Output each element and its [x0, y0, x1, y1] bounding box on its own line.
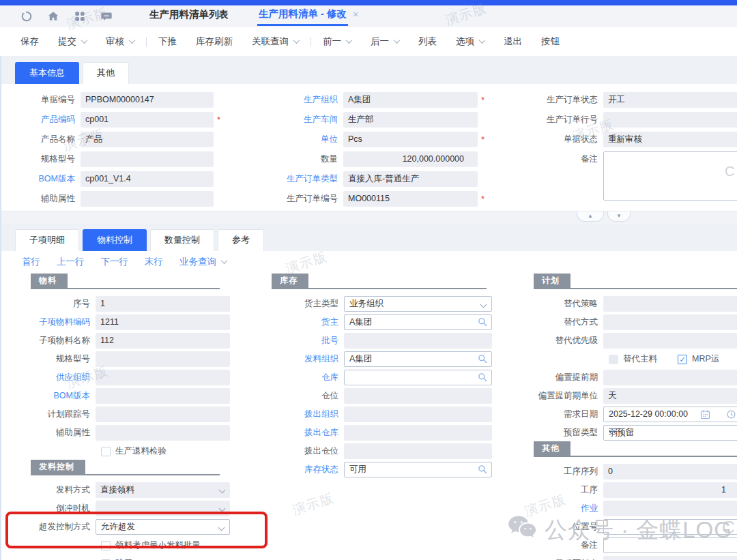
toolbar-button-选项[interactable]: 选项 [456, 35, 485, 48]
field-value: A集团 [349, 354, 372, 364]
label-issue-org[interactable]: 发料组织 [268, 351, 344, 367]
page-tab-1[interactable]: 生产用料清单 - 修改× [257, 8, 358, 26]
toolbar-button-label: 提交 [58, 35, 76, 48]
sync-icon[interactable] [20, 10, 33, 23]
field-value: cp001 [85, 115, 109, 124]
toolbar-button-列表[interactable]: 列表 [418, 35, 437, 48]
lookup-owner[interactable]: A集团 [344, 314, 492, 330]
label-transfer-warehouse[interactable]: 拨出仓库 [268, 425, 344, 441]
field-value: 业务组织 [349, 299, 384, 308]
textarea-remark-top[interactable] [603, 151, 737, 201]
input-remark-line[interactable] [603, 537, 737, 553]
toolbar-button-库存刷新[interactable]: 库存刷新 [196, 35, 233, 48]
lookup-issue-org[interactable]: A集团 [344, 351, 492, 367]
detail-tab-参考[interactable]: 参考 [218, 229, 264, 251]
input-reserve-type[interactable]: 弱预留 [603, 425, 737, 441]
row-link-末行[interactable]: 末行 [145, 256, 163, 268]
message-icon[interactable] [100, 10, 113, 23]
row-link-首行[interactable]: 首行 [22, 256, 40, 268]
input-position-no[interactable] [603, 519, 737, 535]
tab-其他[interactable]: 其他 [83, 62, 129, 84]
select-backflush-time [96, 501, 230, 516]
toolbar-button-前一[interactable]: 前一 [323, 35, 351, 48]
select-owner-type[interactable]: 业务组织 [344, 296, 492, 312]
input-transfer-warehouse [344, 425, 492, 441]
select-over-issue-control[interactable]: 允许超发 [96, 519, 230, 535]
detail-tab-物料控制[interactable]: 物料控制 [83, 229, 147, 251]
toolbar-button-下推[interactable]: 下推 [158, 35, 177, 48]
label-stock-status[interactable]: 库存状态 [268, 462, 344, 477]
checkbox-return-inspect[interactable]: 生产退料检验 [101, 445, 167, 457]
label-lot-no[interactable]: 批号 [268, 333, 344, 349]
checkbox-mrp-calc[interactable]: ✓MRP运 [678, 353, 719, 365]
home-icon[interactable] [47, 10, 59, 23]
field-value: Pcs [348, 134, 362, 144]
input-op-sequence: 0 [603, 464, 737, 480]
grid-icon[interactable] [74, 10, 86, 23]
label-activity[interactable]: 作业 [528, 501, 603, 516]
lookup-stock-status[interactable]: 可用 [344, 462, 492, 477]
label-prod-org[interactable]: 生产组织 [268, 92, 343, 108]
label-last-updater: 最后更新人 [528, 556, 603, 560]
toolbar-button-审核[interactable]: 审核 [106, 35, 134, 48]
close-icon[interactable]: × [353, 9, 358, 20]
label-owner[interactable]: 货主 [268, 314, 344, 330]
detail-tab-数量控制[interactable]: 数量控制 [150, 229, 214, 251]
input-doc-status: 重新审核 [603, 132, 737, 147]
row-link-下一行[interactable]: 下一行 [101, 256, 129, 268]
field-owner: 货主A集团 [268, 314, 492, 330]
label-operation: 工序 [528, 482, 603, 498]
row-link-业务查询[interactable]: 业务查询 [179, 256, 227, 268]
field-prod-workshop: 生产车间生产部 [268, 112, 485, 128]
toolbar-button-保存[interactable]: 保存 [20, 35, 39, 48]
tab-基本信息[interactable]: 基本信息 [15, 62, 79, 84]
field-value: A集团 [349, 317, 372, 327]
label-bill-no: 单据编号 [7, 92, 81, 108]
checkbox-box: ✓ [678, 355, 687, 364]
toolbar-button-label: 按钮 [541, 35, 560, 48]
field-over-issue-control: 超发控制方式允许超发 [7, 519, 230, 535]
field-bin: 仓位 [268, 388, 492, 404]
label-unit[interactable]: 单位 [268, 132, 343, 147]
page-tab-0[interactable]: 生产用料清单列表 [148, 8, 230, 25]
label-bom-version[interactable]: BOM版本 [7, 171, 81, 187]
label-product-code[interactable]: 产品编码 [7, 112, 81, 128]
field-offset-lead: 偏置提前期 [528, 370, 737, 385]
toolbar-button-提交[interactable]: 提交 [58, 35, 87, 48]
field-transfer-warehouse: 拨出仓库 [268, 425, 492, 441]
date-demand-date[interactable]: 2025-12-29 00:00:00 [603, 407, 737, 422]
label-child-bom[interactable]: BOM版本 [7, 388, 96, 404]
toolbar-button-label: 选项 [456, 35, 474, 48]
label-supply-org[interactable]: 供应组织 [7, 370, 96, 385]
header-bar: 生产用料清单列表生产用料清单 - 修改× [0, 5, 737, 27]
label-transfer-org[interactable]: 拨出组织 [268, 407, 344, 422]
label-mo-type[interactable]: 生产订单类型 [268, 171, 343, 187]
field-doc-status: 单据状态重新审核 [528, 132, 737, 147]
toolbar-button-关联查询[interactable]: 关联查询 [252, 35, 299, 48]
detail-tab-子项明细[interactable]: 子项明细 [15, 229, 79, 251]
toolbar-button-按钮[interactable]: 按钮 [541, 35, 560, 48]
label-mo-status: 生产订单状态 [528, 92, 603, 108]
collapse-up-button[interactable]: ▲ [577, 211, 604, 222]
field-supply-org: 供应组织 [7, 370, 230, 385]
label-warehouse[interactable]: 仓库 [268, 370, 344, 385]
lookup-warehouse[interactable] [344, 370, 492, 385]
row-link-上一行[interactable]: 上一行 [57, 256, 85, 268]
field-child-aux: 辅助属性 [7, 425, 230, 441]
checkbox-min-issue-batch[interactable]: 领料考虑最小发料批量 [101, 540, 201, 551]
input-plan-track-no [96, 407, 230, 422]
field-value: 1 [100, 299, 105, 308]
toolbar-button-后一[interactable]: 后一 [371, 35, 399, 48]
label-mo-no: 生产订单编号 [268, 191, 343, 207]
input-prod-workshop: 生产部 [343, 112, 478, 128]
toolbar-button-退出[interactable]: 退出 [504, 35, 522, 48]
field-value: 天 [608, 391, 617, 400]
search-icon [477, 372, 489, 383]
input-transfer-bin [344, 443, 492, 459]
calendar-icon[interactable] [700, 409, 710, 419]
checkbox-box [609, 355, 618, 364]
label-issue-mode: 发料方式 [7, 482, 96, 498]
label-prod-workshop[interactable]: 生产车间 [268, 112, 343, 128]
collapse-down-button[interactable]: ▼ [607, 211, 631, 222]
label-child-code[interactable]: 子项物料编码 [7, 314, 96, 330]
